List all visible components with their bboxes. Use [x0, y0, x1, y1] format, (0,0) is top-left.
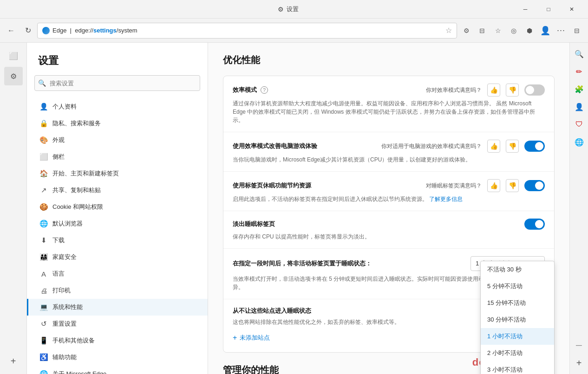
- sidebar-item-label-about: 关于 Microsoft Edge: [52, 370, 106, 374]
- tabsleep-name: 使用标签页休眠功能节约资源: [233, 181, 311, 190]
- profile-btn[interactable]: 👤: [538, 23, 553, 38]
- address-bar[interactable]: Edge | edge://settings/system ☆: [37, 23, 457, 39]
- tabsleep-desc: 启用此选项后，不活动的标签页将在指定时间后进入休眠状态以节约系统资源。 了解更多…: [233, 195, 545, 203]
- efficiency-thumbup[interactable]: 👍: [487, 84, 500, 97]
- dropdown-option-30m[interactable]: 30 分钟不活动: [481, 311, 554, 328]
- close-button[interactable]: ✕: [561, 2, 582, 17]
- titlebar-center: ⚙ 设置: [278, 5, 299, 13]
- game-thumbdown[interactable]: 👎: [506, 140, 519, 153]
- sidebar-item-label-mobile: 手机和其他设备: [52, 336, 95, 345]
- about-nav-icon: 🌐: [39, 370, 48, 374]
- maximize-button[interactable]: □: [538, 2, 559, 17]
- game-satisfaction: 你对适用于电脑游戏的效率模式满意吗？: [381, 142, 482, 150]
- sidebar-item-download[interactable]: ⬇ 下载: [27, 232, 208, 249]
- sidebar-item-browser[interactable]: 🌐 默认浏览器: [27, 215, 208, 232]
- sidebar-item-label-sidebar: 侧栏: [52, 153, 65, 161]
- tabsleep-satisfaction: 对睡眠标签页满意吗？: [426, 182, 482, 190]
- tabsleep-row: 使用标签页休眠功能节约资源 对睡眠标签页满意吗？ 👍 👎 启用此选项后，不活动的…: [223, 172, 554, 211]
- address-text: Edge | edge://settings/system: [52, 27, 137, 34]
- efficiency-toggle[interactable]: [524, 84, 545, 96]
- efficiency-info-icon[interactable]: ?: [261, 86, 268, 94]
- sidebar-item-reset[interactable]: ↺ 重置设置: [27, 316, 208, 332]
- game-thumbup[interactable]: 👍: [487, 140, 500, 153]
- game-title-row: 使用效率模式改善电脑游戏体验: [233, 142, 381, 150]
- sidebar-toggle-btn[interactable]: ⊟: [475, 23, 490, 38]
- profile-nav-icon: 👤: [39, 103, 48, 111]
- right-profile-btn[interactable]: 👤: [572, 99, 587, 114]
- tabsleep-learn-more[interactable]: 了解更多信息: [429, 196, 463, 202]
- game-toggle[interactable]: [524, 141, 545, 152]
- game-right: 你对适用于电脑游戏的效率模式满意吗？ 👍 👎: [381, 140, 545, 153]
- tabsleep-toggle[interactable]: [524, 180, 545, 191]
- refresh-button[interactable]: ↻: [20, 23, 35, 38]
- sidebar-item-family[interactable]: 👨‍👩‍👧 家庭安全: [27, 249, 208, 265]
- sidebar-item-label-language: 语言: [52, 270, 65, 278]
- right-collections-btn[interactable]: 🧩: [572, 82, 587, 97]
- sidebar-item-appearance[interactable]: 🎨 外观: [27, 132, 208, 148]
- titlebar: ⚙ 设置 ─ □ ✕: [0, 0, 588, 19]
- dropdown-option-2h[interactable]: 2 小时不活动: [481, 345, 554, 361]
- right-search-btn[interactable]: 🔍: [572, 46, 587, 61]
- sidebar-nav-icon: ⬜: [39, 153, 48, 161]
- sleep-dropdown-menu: 不活动 30 秒 5 分钟不活动 15 分钟不活动 30 分钟不活动 1 小时不…: [480, 261, 555, 374]
- new-tab-icon-btn[interactable]: ⬜: [4, 46, 23, 65]
- sidebar-item-startup[interactable]: 🏠 开始、主页和新建标签页: [27, 165, 208, 182]
- right-globe-btn[interactable]: 🌐: [572, 135, 587, 149]
- sidebar-item-mobile[interactable]: 📱 手机和其他设备: [27, 332, 208, 349]
- game-desc: 当你玩电脑游戏时，Microsoft Edge减少其计算机资源（CPU）使用量，…: [233, 155, 545, 164]
- sidebar-item-privacy[interactable]: 🔒 隐私、搜索和服务: [27, 115, 208, 132]
- add-icon-btn[interactable]: +: [4, 352, 23, 370]
- search-input[interactable]: [34, 75, 200, 91]
- sidebar-item-label-family: 家庭安全: [52, 253, 77, 261]
- language-nav-icon: A: [39, 270, 48, 278]
- appearance-nav-icon: 🎨: [39, 136, 48, 144]
- copilot-btn[interactable]: ◎: [506, 23, 521, 38]
- titlebar-title: 设置: [287, 5, 299, 13]
- startup-nav-icon: 🏠: [39, 169, 48, 178]
- sidebar-item-accessibility[interactable]: ♿ 辅助功能: [27, 349, 208, 366]
- download-nav-icon: ⬇: [39, 236, 48, 245]
- titlebar-controls: ─ □ ✕: [515, 2, 582, 17]
- tabsleep-thumbdown[interactable]: 👎: [506, 179, 519, 192]
- dropdown-option-5m[interactable]: 5 分钟不活动: [481, 278, 554, 295]
- right-edit-btn[interactable]: ✏: [572, 64, 587, 79]
- dropdown-option-30s[interactable]: 不活动 30 秒: [481, 261, 554, 278]
- printer-nav-icon: 🖨: [39, 286, 48, 295]
- fade-row: 淡出睡眠标签页 保存内存和 CPU 以提高性能时，标签页将显示为淡出。: [223, 211, 554, 249]
- settings-title: 设置: [27, 50, 208, 75]
- left-icon-sidebar: ⬜ ⚙ +: [0, 43, 27, 374]
- extensions-btn[interactable]: ⬢: [522, 23, 537, 38]
- browser-toolbar: ← ↻ Edge | edge://settings/system ☆ ⚙ ⊟ …: [0, 19, 588, 43]
- sidebar-icon-btn[interactable]: ⊟: [569, 23, 584, 38]
- fade-toggle[interactable]: [524, 219, 545, 230]
- right-divider-btn[interactable]: ─: [572, 338, 587, 353]
- right-shield-btn[interactable]: 🛡: [572, 117, 587, 132]
- minimize-button[interactable]: ─: [515, 2, 536, 17]
- sidebar-item-about[interactable]: 🌐 关于 Microsoft Edge: [27, 366, 208, 374]
- collections-btn[interactable]: ☆: [490, 23, 505, 38]
- sidebar-item-language[interactable]: A 语言: [27, 265, 208, 282]
- efficiency-thumbdown[interactable]: 👎: [506, 84, 519, 97]
- sidebar-item-sidebar[interactable]: ⬜ 侧栏: [27, 148, 208, 165]
- favorite-icon[interactable]: ☆: [445, 26, 452, 35]
- fade-title-row: 淡出睡眠标签页: [233, 220, 524, 228]
- add-site-label: 未添加站点: [240, 334, 270, 342]
- edge-logo-icon: [42, 27, 50, 34]
- dropdown-option-3h[interactable]: 3 小时不活动: [481, 361, 554, 374]
- back-button[interactable]: ←: [4, 23, 19, 38]
- sidebar-item-label-reset: 重置设置: [52, 320, 77, 328]
- dropdown-option-1h[interactable]: 1 小时不活动: [481, 328, 554, 345]
- tabsleep-thumbup[interactable]: 👍: [487, 179, 500, 192]
- right-add-btn[interactable]: +: [572, 355, 587, 370]
- sidebar-item-cookies[interactable]: 🍪 Cookie 和网站权限: [27, 199, 208, 215]
- sidebar-item-system[interactable]: 💻 系统和性能: [27, 299, 208, 316]
- sidebar-item-printer[interactable]: 🖨 打印机: [27, 282, 208, 299]
- more-btn[interactable]: ···: [554, 23, 568, 38]
- dropdown-option-15m[interactable]: 15 分钟不活动: [481, 295, 554, 311]
- settings-icon-btn[interactable]: ⚙: [459, 23, 474, 38]
- main-content: 优化性能 效率模式 ? 你对效率模式满意吗？ 👍 👎: [208, 43, 569, 374]
- sidebar-item-share[interactable]: ↗ 共享、复制和粘贴: [27, 182, 208, 199]
- settings-icon-btn-left[interactable]: ⚙: [4, 67, 23, 85]
- sidebar-item-profile[interactable]: 👤 个人资料: [27, 98, 208, 115]
- tabsleep-title-row: 使用标签页休眠功能节约资源: [233, 181, 426, 190]
